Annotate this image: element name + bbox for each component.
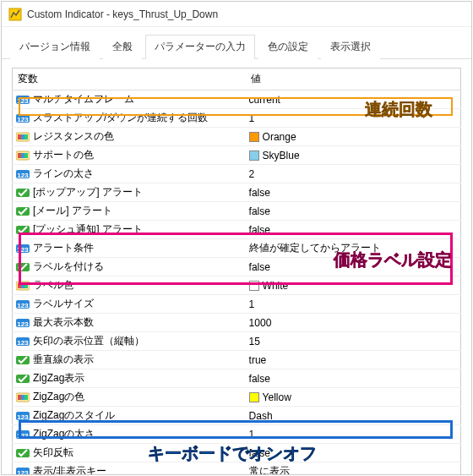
- table-row[interactable]: 123スラストアップ/ダウンが連続する回数1: [13, 109, 461, 128]
- svg-rect-23: [21, 283, 24, 288]
- color-swatch: [249, 132, 259, 142]
- param-value[interactable]: 1000: [249, 317, 272, 329]
- color-type-icon: [16, 150, 30, 161]
- param-value[interactable]: SkyBlue: [263, 150, 300, 161]
- table-row[interactable]: レジスタンスの色Orange: [13, 128, 461, 146]
- svg-rect-34: [18, 395, 21, 400]
- param-value[interactable]: true: [249, 354, 267, 366]
- param-value[interactable]: current: [249, 94, 280, 106]
- tab-version-info[interactable]: バージョン情報: [10, 35, 100, 59]
- param-value[interactable]: 終値が確定してからアラート: [249, 241, 381, 255]
- table-row[interactable]: 123ラインの太さ2: [13, 165, 461, 183]
- svg-text:123: 123: [17, 320, 29, 327]
- svg-rect-36: [24, 395, 28, 400]
- param-value[interactable]: Dash: [249, 410, 273, 422]
- table-row[interactable]: 123ZigZagの太さ1: [13, 425, 461, 444]
- color-type-icon: [16, 131, 30, 143]
- param-name: アラート条件: [33, 241, 94, 255]
- table-row[interactable]: サポートの色SkyBlue: [13, 146, 461, 165]
- param-name: ZigZag表示: [33, 371, 84, 386]
- bool-type-icon: [16, 187, 30, 199]
- app-icon: [8, 8, 22, 21]
- param-value[interactable]: 2: [249, 168, 255, 180]
- param-name: ラインの太さ: [33, 167, 94, 181]
- param-name: ZigZagのスタイル: [33, 408, 115, 423]
- svg-text:123: 123: [17, 245, 29, 253]
- param-value[interactable]: false: [249, 447, 270, 459]
- table-row[interactable]: 垂直線の表示true: [13, 351, 461, 369]
- bool-type-icon: [16, 205, 30, 217]
- param-value[interactable]: 1: [249, 112, 255, 124]
- param-name: ラベルサイズ: [33, 297, 94, 311]
- table-row[interactable]: 123最大表示本数1000: [13, 314, 461, 332]
- param-name: マルチタイムフレーム: [33, 92, 134, 107]
- tabs: バージョン情報 全般 パラメーターの入力 色の設定 表示選択: [2, 27, 471, 59]
- svg-text:123: 123: [17, 338, 29, 346]
- param-value[interactable]: Yellow: [263, 391, 291, 403]
- param-name: ラベルを付ける: [33, 260, 104, 274]
- param-value[interactable]: false: [249, 224, 270, 236]
- col-header-variable[interactable]: 変数: [13, 68, 246, 90]
- int-type-icon: 123: [16, 298, 30, 310]
- svg-rect-35: [21, 395, 24, 400]
- param-value[interactable]: 1: [249, 429, 255, 440]
- param-value[interactable]: White: [263, 280, 289, 292]
- table-row[interactable]: ZigZag表示false: [13, 369, 461, 388]
- svg-text:123: 123: [17, 96, 29, 104]
- param-value[interactable]: 1: [249, 298, 255, 310]
- color-swatch: [249, 392, 259, 402]
- param-value[interactable]: 15: [249, 336, 260, 347]
- window-title: Custom Indicator - keys_Thrust_Up_Down: [27, 8, 218, 20]
- table-row[interactable]: ラベルを付けるfalse: [13, 258, 461, 276]
- int-type-icon: 123: [16, 94, 30, 106]
- color-swatch: [249, 150, 259, 161]
- table-row[interactable]: ラベル色White: [13, 276, 461, 295]
- param-name: 矢印反転: [33, 446, 73, 460]
- param-name: ZigZagの太さ: [33, 427, 95, 441]
- table-row[interactable]: 123アラート条件終値が確定してからアラート: [13, 239, 461, 258]
- param-value[interactable]: false: [249, 373, 270, 385]
- svg-text:123: 123: [17, 171, 29, 178]
- svg-rect-6: [18, 134, 21, 140]
- param-value[interactable]: 常に表示: [249, 464, 290, 474]
- int-type-icon: 123: [16, 112, 30, 124]
- param-name: [プッシュ通知] アラート: [33, 222, 143, 237]
- table-row[interactable]: 123マルチタイムフレームcurrent: [13, 90, 461, 109]
- int-type-icon: 123: [16, 317, 30, 329]
- table-row[interactable]: 123矢印の表示位置（縦軸）15: [13, 332, 461, 351]
- table-row[interactable]: 123ZigZagのスタイルDash: [13, 407, 461, 425]
- param-value[interactable]: false: [249, 261, 270, 273]
- param-name: 垂直線の表示: [33, 353, 94, 367]
- window: Custom Indicator - keys_Thrust_Up_Down バ…: [1, 1, 472, 475]
- content-area: 変数 値 123マルチタイムフレームcurrent123スラストアップ/ダウンが…: [2, 59, 471, 474]
- table-row[interactable]: 矢印反転false: [13, 444, 461, 462]
- svg-rect-24: [24, 283, 28, 288]
- table-row[interactable]: ZigZagの色Yellow: [13, 388, 461, 407]
- titlebar: Custom Indicator - keys_Thrust_Up_Down: [2, 2, 471, 27]
- col-header-value[interactable]: 値: [246, 68, 461, 90]
- param-name: スラストアップ/ダウンが連続する回数: [33, 111, 208, 125]
- bool-type-icon: [16, 373, 30, 385]
- param-value[interactable]: Orange: [263, 131, 296, 143]
- tab-colors[interactable]: 色の設定: [258, 35, 318, 59]
- table-row[interactable]: [ポップアップ] アラートfalse: [13, 183, 461, 202]
- param-value[interactable]: false: [249, 205, 270, 217]
- color-type-icon: [16, 280, 30, 292]
- tab-parameters[interactable]: パラメーターの入力: [145, 35, 255, 59]
- table-row[interactable]: [プッシュ通知] アラートfalse: [13, 221, 461, 239]
- param-value[interactable]: false: [249, 187, 270, 199]
- table-row[interactable]: 123表示/非表示キー常に表示: [13, 462, 461, 475]
- tab-general[interactable]: 全般: [103, 35, 142, 59]
- param-name: サポートの色: [33, 148, 94, 162]
- param-name: レジスタンスの色: [33, 129, 114, 144]
- table-row[interactable]: 123ラベルサイズ1: [13, 295, 461, 314]
- svg-text:123: 123: [17, 431, 29, 439]
- tab-display[interactable]: 表示選択: [321, 35, 380, 59]
- table-row[interactable]: [メール] アラートfalse: [13, 202, 461, 221]
- int-type-icon: 123: [16, 168, 30, 180]
- svg-rect-11: [21, 153, 24, 158]
- int-type-icon: 123: [16, 243, 30, 254]
- int-type-icon: 123: [16, 410, 30, 422]
- parameters-table: 変数 値 123マルチタイムフレームcurrent123スラストアップ/ダウンが…: [12, 68, 461, 474]
- bool-type-icon: [16, 261, 30, 273]
